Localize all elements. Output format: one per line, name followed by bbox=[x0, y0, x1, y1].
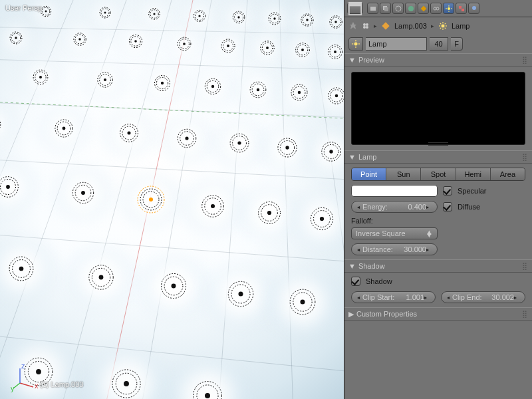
lamp-type-point[interactable]: Point bbox=[352, 168, 386, 180]
increment-arrow-icon[interactable]: ▸ bbox=[426, 204, 432, 210]
lamp-color-field[interactable] bbox=[351, 185, 438, 197]
lamp-object[interactable] bbox=[190, 6, 209, 27]
context-object-icon[interactable] bbox=[418, 3, 429, 14]
fake-user-button[interactable]: F bbox=[451, 37, 463, 51]
decrement-arrow-icon[interactable]: ◂ bbox=[357, 247, 362, 253]
lamp-object[interactable] bbox=[318, 138, 344, 166]
lamp-object[interactable] bbox=[157, 269, 190, 303]
distance-field[interactable]: ◂ Distance: 30.000 ▸ bbox=[351, 243, 438, 255]
lamp-object[interactable] bbox=[85, 261, 117, 295]
decrement-arrow-icon[interactable]: ◂ bbox=[357, 204, 362, 210]
specular-checkbox[interactable] bbox=[443, 186, 452, 196]
increment-arrow-icon[interactable]: ▸ bbox=[514, 295, 519, 301]
context-layers-icon[interactable] bbox=[380, 3, 391, 14]
lamp-object[interactable] bbox=[201, 74, 224, 99]
lamp-object[interactable] bbox=[174, 125, 200, 153]
lamp-object[interactable] bbox=[68, 178, 97, 208]
svg-point-177 bbox=[441, 25, 444, 28]
svg-point-132 bbox=[172, 284, 176, 289]
breadcrumb-data[interactable]: Lamp bbox=[452, 22, 470, 30]
increment-arrow-icon[interactable]: ▸ bbox=[424, 295, 430, 301]
context-scene-icon[interactable] bbox=[392, 3, 404, 14]
shadow-checkbox[interactable] bbox=[351, 277, 360, 286]
editor-type-dropdown[interactable] bbox=[347, 3, 363, 14]
lamp-object[interactable] bbox=[255, 198, 285, 229]
context-texture-icon[interactable] bbox=[456, 3, 467, 14]
panel-grip-icon[interactable]: ⣿ bbox=[522, 310, 528, 319]
lamp-object[interactable] bbox=[229, 7, 249, 29]
lamp-object[interactable] bbox=[246, 78, 270, 103]
lamp-object[interactable] bbox=[265, 9, 285, 30]
lamp-object[interactable] bbox=[286, 285, 319, 320]
lamp-object[interactable] bbox=[29, 66, 52, 90]
pin-icon[interactable] bbox=[348, 21, 358, 31]
lamp-object[interactable] bbox=[0, 112, 5, 138]
lamp-object[interactable] bbox=[198, 192, 228, 223]
decrement-arrow-icon[interactable]: ◂ bbox=[357, 295, 362, 301]
lamp-object-selected[interactable] bbox=[136, 185, 166, 215]
lamp-object[interactable] bbox=[0, 173, 22, 203]
panel-header-preview[interactable]: ▼ Preview ⣿ bbox=[344, 53, 532, 66]
lamp-object[interactable] bbox=[274, 134, 301, 162]
preview-render[interactable] bbox=[351, 72, 525, 145]
context-render-icon[interactable] bbox=[367, 3, 378, 14]
lamp-object[interactable] bbox=[297, 10, 317, 31]
lamp-object[interactable] bbox=[94, 68, 116, 92]
lamp-object[interactable] bbox=[224, 277, 257, 311]
lamp-type-hemi[interactable]: Hemi bbox=[456, 168, 490, 180]
clip-end-field[interactable]: ◂ Clip End: 30.002 ▸ bbox=[441, 291, 525, 303]
lamp-object[interactable] bbox=[6, 28, 26, 49]
lamp-object[interactable] bbox=[150, 71, 174, 96]
lamp-object[interactable] bbox=[257, 37, 278, 60]
lamp-object[interactable] bbox=[190, 378, 226, 399]
lamp-object[interactable] bbox=[5, 253, 37, 286]
lamp-type-spot[interactable]: Spot bbox=[420, 168, 455, 180]
svg-point-68 bbox=[104, 78, 106, 81]
panel-header-custom-properties[interactable]: ▶ Custom Properties ⣿ bbox=[344, 307, 532, 321]
lamp-object[interactable] bbox=[217, 35, 239, 58]
clip-start-field[interactable]: ◂ Clip Start: 1.001 ▸ bbox=[351, 291, 436, 303]
lamp-object[interactable] bbox=[287, 80, 311, 106]
lamp-object[interactable] bbox=[326, 12, 344, 34]
panel-header-lamp[interactable]: ▼ Lamp ⣿ bbox=[344, 150, 532, 164]
decrement-arrow-icon[interactable]: ◂ bbox=[447, 295, 452, 301]
datablock-name-input[interactable] bbox=[366, 37, 427, 51]
increment-arrow-icon[interactable]: ▸ bbox=[426, 247, 432, 253]
svg-point-172 bbox=[363, 23, 366, 26]
context-world-icon[interactable] bbox=[405, 3, 416, 14]
lamp-object[interactable] bbox=[325, 84, 344, 109]
lamp-object[interactable] bbox=[125, 31, 146, 53]
lamp-object[interactable] bbox=[324, 41, 344, 64]
energy-field[interactable]: ◂ Energy: 0.400 ▸ bbox=[351, 201, 438, 213]
lamp-object[interactable] bbox=[96, 3, 114, 23]
panel-grip-icon[interactable]: ⣿ bbox=[522, 262, 528, 271]
lamp-object[interactable] bbox=[226, 130, 253, 158]
svg-rect-158 bbox=[384, 7, 388, 11]
context-constraints-icon[interactable] bbox=[430, 3, 442, 14]
falloff-dropdown[interactable]: Inverse Square ▲▼ bbox=[351, 227, 438, 239]
lamp-type-area[interactable]: Area bbox=[490, 168, 525, 180]
lamp-object[interactable] bbox=[307, 203, 336, 235]
preview-resize-handle[interactable] bbox=[428, 142, 448, 146]
lamp-object[interactable] bbox=[51, 116, 76, 142]
breadcrumb-object[interactable]: Lamp.003 bbox=[394, 22, 427, 30]
context-data-icon[interactable] bbox=[443, 3, 454, 14]
datablock-users[interactable]: 40 bbox=[430, 37, 448, 51]
lamp-object[interactable] bbox=[174, 33, 195, 56]
panel-header-shadow[interactable]: ▼ Shadow ⣿ bbox=[344, 259, 532, 273]
lamp-type-sun[interactable]: Sun bbox=[386, 168, 420, 180]
diffuse-checkbox[interactable] bbox=[443, 202, 452, 211]
context-physics-icon[interactable] bbox=[468, 3, 479, 14]
lamp-object[interactable] bbox=[108, 366, 144, 399]
shadow-label: Shadow bbox=[366, 277, 392, 285]
lamp-object[interactable] bbox=[116, 120, 142, 148]
lamp-object[interactable] bbox=[292, 39, 314, 63]
3d-viewport[interactable]: User Persp (1) Lamp.003 x y z bbox=[0, 0, 344, 399]
lamp-object[interactable] bbox=[145, 5, 164, 25]
panel-grip-icon[interactable]: ⣿ bbox=[522, 56, 528, 65]
panel-grip-icon[interactable]: ⣿ bbox=[522, 153, 528, 162]
lamp-object[interactable] bbox=[70, 29, 90, 51]
datablock-browse-button[interactable] bbox=[348, 37, 363, 51]
svg-point-101 bbox=[285, 146, 289, 149]
datablock-browse-icon[interactable] bbox=[362, 22, 370, 30]
